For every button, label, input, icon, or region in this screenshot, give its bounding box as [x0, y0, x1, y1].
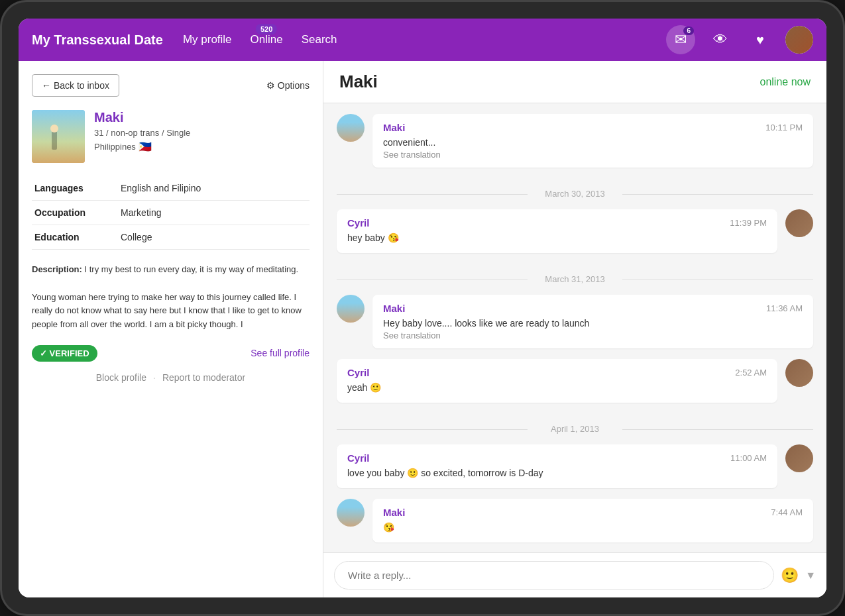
msg-text: yeah 🙂 [347, 381, 767, 395]
msg-text: hey baby 😘 [347, 231, 767, 245]
see-translation-link[interactable]: See translation [383, 331, 803, 340]
nav-links: My profile Online 520 Search [183, 33, 666, 46]
msg-time: 10:11 PM [765, 123, 803, 132]
profile-info: Maki 31 / non-op trans / Single Philippi… [94, 110, 190, 163]
nav-icons: ✉ 6 👁 ♥ [666, 25, 813, 54]
online-badge: 520 [256, 24, 277, 34]
avatar-image [785, 26, 813, 54]
svg-rect-0 [32, 110, 85, 163]
msg-sender: Cyril [347, 217, 369, 229]
chat-header: Maki online now [323, 61, 826, 103]
online-status: online now [760, 76, 811, 88]
user-avatar[interactable] [785, 26, 813, 54]
msg-sender: Maki [383, 122, 405, 133]
profile-meta: 31 / non-op trans / Single [94, 128, 190, 138]
message-row: Maki 10:11 PM convenient... See translat… [337, 114, 813, 173]
msg-sender: Maki [383, 507, 405, 518]
message-content: Cyril 11:00 AM love you baby 🙂 so excite… [337, 444, 777, 493]
message-row: Cyril 11:00 AM love you baby 🙂 so excite… [337, 444, 813, 493]
message-row: Maki 7:44 AM 😘 [337, 499, 813, 548]
reply-input[interactable] [334, 561, 774, 590]
cyril-avatar [785, 444, 813, 472]
message-bubble: Maki 10:11 PM convenient... See translat… [372, 114, 813, 168]
nav-my-profile[interactable]: My profile [183, 33, 232, 46]
msg-header: Cyril 2:52 AM [347, 367, 767, 378]
eye-icon: 👁 [713, 31, 728, 48]
maki-avatar [337, 295, 365, 323]
msg-time: 7:44 AM [771, 507, 803, 517]
verified-badge: ✓ VERIFIED [32, 345, 97, 362]
msg-header: Maki 7:44 AM [383, 507, 803, 518]
cyril-avatar [785, 359, 813, 387]
message-bubble: Cyril 11:00 AM love you baby 🙂 so excite… [337, 444, 777, 488]
eye-icon-btn[interactable]: 👁 [706, 25, 735, 54]
info-row-education: Education College [32, 225, 310, 250]
heart-icon: ♥ [756, 32, 764, 48]
options-button[interactable]: ⚙ Options [266, 80, 310, 91]
message-bubble: Maki 11:36 AM Hey baby love.... looks li… [372, 295, 813, 348]
bottom-actions: ✓ VERIFIED See full profile [32, 345, 310, 362]
info-row-occupation: Occupation Marketing [32, 201, 310, 225]
message-bubble: Cyril 2:52 AM yeah 🙂 [337, 359, 777, 403]
cyril-avatar [785, 209, 813, 237]
mail-icon-btn[interactable]: ✉ 6 [666, 25, 695, 54]
heart-icon-btn[interactable]: ♥ [746, 25, 775, 54]
maki-avatar [337, 499, 365, 527]
sidebar-header: ← Back to inbox ⚙ Options [32, 74, 310, 97]
profile-thumbnail-image [32, 110, 85, 163]
navbar: My Transsexual Date My profile Online 52… [19, 19, 826, 61]
date-divider: March 31, 2013 [337, 274, 813, 284]
maki-avatar [337, 114, 365, 142]
msg-time: 11:39 PM [730, 218, 767, 228]
sidebar: ← Back to inbox ⚙ Options [19, 61, 323, 597]
app-logo: My Transsexual Date [32, 32, 163, 48]
nav-search[interactable]: Search [302, 33, 337, 46]
msg-time: 2:52 AM [735, 368, 767, 378]
block-profile-link[interactable]: Block profile [96, 372, 146, 383]
chat-messages: Maki 10:11 PM convenient... See translat… [323, 103, 826, 552]
nav-online[interactable]: Online 520 [251, 33, 283, 46]
msg-header: Cyril 11:39 PM [347, 217, 767, 229]
report-moderator-link[interactable]: Report to moderator [162, 372, 245, 383]
message-row: Maki 11:36 AM Hey baby love.... looks li… [337, 295, 813, 354]
msg-sender: Cyril [347, 452, 369, 464]
msg-header: Maki 11:36 AM [383, 303, 803, 314]
msg-text: 😘 [383, 521, 803, 535]
chat-area: Maki online now Maki 10:11 PM [323, 61, 826, 597]
message-bubble: Cyril 11:39 PM hey baby 😘 [337, 209, 777, 253]
country-flag: 🇵🇭 [139, 140, 152, 153]
profile-thumbnail [32, 110, 85, 163]
msg-sender: Cyril [347, 367, 369, 378]
message-row: Cyril 2:52 AM yeah 🙂 [337, 359, 813, 408]
see-translation-link[interactable]: See translation [383, 150, 803, 160]
info-row-languages: Languages English and Filipino [32, 176, 310, 201]
dropdown-button[interactable]: ▼ [805, 570, 816, 582]
message-content: Maki 11:36 AM Hey baby love.... looks li… [372, 295, 813, 354]
danger-actions: Block profile · Report to moderator [32, 372, 310, 383]
chat-input-area: 🙂 ▼ [323, 552, 826, 597]
svg-rect-1 [52, 130, 57, 150]
profile-info-table: Languages English and Filipino Occupatio… [32, 176, 310, 250]
message-bubble: Maki 7:44 AM 😘 [372, 499, 813, 542]
back-to-inbox-button[interactable]: ← Back to inbox [32, 74, 119, 97]
main-content: ← Back to inbox ⚙ Options [19, 61, 826, 597]
msg-time: 11:36 AM [766, 303, 803, 313]
msg-text: convenient... [383, 136, 803, 150]
msg-time: 11:00 AM [730, 453, 767, 463]
message-content: Maki 10:11 PM convenient... See translat… [372, 114, 813, 173]
mail-badge: 6 [683, 26, 694, 35]
separator: · [153, 372, 156, 383]
emoji-button[interactable]: 🙂 [781, 567, 799, 584]
message-content: Cyril 11:39 PM hey baby 😘 [337, 209, 777, 258]
see-full-profile-link[interactable]: See full profile [251, 348, 310, 358]
msg-sender: Maki [383, 303, 405, 314]
msg-header: Cyril 11:00 AM [347, 452, 767, 464]
profile-country: Philippines 🇵🇭 [94, 140, 190, 153]
message-content: Cyril 2:52 AM yeah 🙂 [337, 359, 777, 408]
date-divider: March 30, 2013 [337, 189, 813, 199]
msg-header: Maki 10:11 PM [383, 122, 803, 133]
message-content: Maki 7:44 AM 😘 [372, 499, 813, 548]
profile-section: Maki 31 / non-op trans / Single Philippi… [32, 110, 310, 163]
profile-name: Maki [94, 110, 190, 125]
chat-contact-name: Maki [339, 72, 378, 92]
